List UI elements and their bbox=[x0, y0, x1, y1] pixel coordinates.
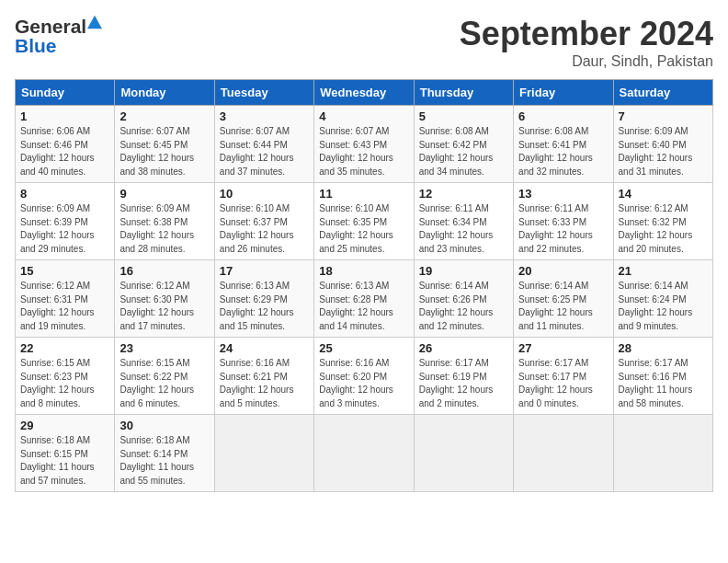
day-info: Sunrise: 6:17 AM Sunset: 6:16 PM Dayligh… bbox=[619, 357, 708, 410]
day-info: Sunrise: 6:08 AM Sunset: 6:42 PM Dayligh… bbox=[419, 125, 508, 178]
col-wednesday: Wednesday bbox=[314, 80, 414, 106]
col-sunday: Sunday bbox=[16, 80, 115, 106]
day-info: Sunrise: 6:06 AM Sunset: 6:46 PM Dayligh… bbox=[20, 125, 109, 178]
logo-general-label: General bbox=[15, 17, 86, 36]
day-info: Sunrise: 6:14 AM Sunset: 6:24 PM Dayligh… bbox=[619, 280, 708, 333]
day-number: 20 bbox=[518, 264, 608, 278]
logo-arrow-icon bbox=[87, 15, 102, 29]
location-title: Daur, Sindh, Pakistan bbox=[460, 53, 713, 70]
day-number: 21 bbox=[619, 264, 708, 278]
svg-marker-0 bbox=[87, 16, 102, 29]
table-row: 3 Sunrise: 6:07 AM Sunset: 6:44 PM Dayli… bbox=[214, 106, 313, 183]
page-header: General Blue September 2024 Daur, Sindh,… bbox=[15, 15, 713, 70]
day-number: 30 bbox=[119, 419, 209, 432]
day-info: Sunrise: 6:07 AM Sunset: 6:43 PM Dayligh… bbox=[319, 125, 408, 178]
table-row: 1 Sunrise: 6:06 AM Sunset: 6:46 PM Dayli… bbox=[16, 106, 115, 183]
table-row: 30 Sunrise: 6:18 AM Sunset: 6:14 PM Dayl… bbox=[115, 415, 214, 492]
day-info: Sunrise: 6:12 AM Sunset: 6:32 PM Dayligh… bbox=[619, 202, 708, 256]
table-row: 6 Sunrise: 6:08 AM Sunset: 6:41 PM Dayli… bbox=[514, 106, 613, 183]
table-row: 16 Sunrise: 6:12 AM Sunset: 6:30 PM Dayl… bbox=[115, 260, 214, 338]
table-row: 2 Sunrise: 6:07 AM Sunset: 6:45 PM Dayli… bbox=[115, 106, 214, 183]
day-number: 12 bbox=[419, 187, 508, 201]
calendar-header-row: Sunday Monday Tuesday Wednesday Thursday… bbox=[16, 80, 713, 106]
table-row: 25 Sunrise: 6:16 AM Sunset: 6:20 PM Dayl… bbox=[314, 338, 414, 415]
day-info: Sunrise: 6:09 AM Sunset: 6:38 PM Dayligh… bbox=[119, 202, 209, 256]
table-row bbox=[214, 415, 313, 492]
day-info: Sunrise: 6:10 AM Sunset: 6:35 PM Dayligh… bbox=[319, 202, 408, 256]
day-info: Sunrise: 6:09 AM Sunset: 6:40 PM Dayligh… bbox=[619, 125, 708, 178]
day-info: Sunrise: 6:13 AM Sunset: 6:29 PM Dayligh… bbox=[220, 280, 309, 333]
table-row: 10 Sunrise: 6:10 AM Sunset: 6:37 PM Dayl… bbox=[214, 183, 313, 260]
day-number: 17 bbox=[220, 264, 309, 278]
day-number: 8 bbox=[20, 187, 109, 201]
table-row bbox=[314, 415, 414, 492]
table-row: 13 Sunrise: 6:11 AM Sunset: 6:33 PM Dayl… bbox=[514, 183, 613, 260]
day-number: 11 bbox=[319, 187, 408, 201]
table-row bbox=[514, 415, 613, 492]
day-number: 3 bbox=[220, 109, 309, 123]
day-number: 15 bbox=[20, 264, 109, 278]
calendar-table: Sunday Monday Tuesday Wednesday Thursday… bbox=[15, 79, 713, 492]
table-row: 21 Sunrise: 6:14 AM Sunset: 6:24 PM Dayl… bbox=[613, 260, 712, 338]
table-row: 7 Sunrise: 6:09 AM Sunset: 6:40 PM Dayli… bbox=[613, 106, 712, 183]
day-info: Sunrise: 6:11 AM Sunset: 6:34 PM Dayligh… bbox=[419, 202, 508, 256]
day-info: Sunrise: 6:07 AM Sunset: 6:45 PM Dayligh… bbox=[119, 125, 209, 178]
table-row bbox=[414, 415, 513, 492]
day-number: 7 bbox=[619, 109, 708, 123]
day-number: 13 bbox=[518, 187, 608, 201]
table-row: 24 Sunrise: 6:16 AM Sunset: 6:21 PM Dayl… bbox=[214, 338, 313, 415]
day-info: Sunrise: 6:14 AM Sunset: 6:26 PM Dayligh… bbox=[419, 280, 508, 333]
day-info: Sunrise: 6:12 AM Sunset: 6:31 PM Dayligh… bbox=[20, 280, 109, 333]
table-row: 12 Sunrise: 6:11 AM Sunset: 6:34 PM Dayl… bbox=[414, 183, 513, 260]
day-number: 16 bbox=[119, 264, 209, 278]
table-row: 19 Sunrise: 6:14 AM Sunset: 6:26 PM Dayl… bbox=[414, 260, 513, 338]
day-info: Sunrise: 6:12 AM Sunset: 6:30 PM Dayligh… bbox=[119, 280, 209, 333]
day-number: 2 bbox=[119, 109, 209, 123]
logo: General Blue bbox=[15, 15, 102, 57]
col-tuesday: Tuesday bbox=[214, 80, 313, 106]
col-thursday: Thursday bbox=[414, 80, 513, 106]
day-info: Sunrise: 6:16 AM Sunset: 6:21 PM Dayligh… bbox=[220, 357, 309, 410]
day-number: 6 bbox=[518, 109, 608, 123]
day-number: 19 bbox=[419, 264, 508, 278]
day-info: Sunrise: 6:07 AM Sunset: 6:44 PM Dayligh… bbox=[220, 125, 309, 178]
day-info: Sunrise: 6:18 AM Sunset: 6:15 PM Dayligh… bbox=[20, 434, 109, 488]
day-info: Sunrise: 6:17 AM Sunset: 6:19 PM Dayligh… bbox=[419, 357, 508, 410]
title-block: September 2024 Daur, Sindh, Pakistan bbox=[460, 15, 713, 70]
day-info: Sunrise: 6:14 AM Sunset: 6:25 PM Dayligh… bbox=[518, 280, 608, 333]
day-number: 22 bbox=[20, 341, 109, 355]
day-number: 26 bbox=[419, 341, 508, 355]
day-number: 10 bbox=[220, 187, 309, 201]
table-row: 15 Sunrise: 6:12 AM Sunset: 6:31 PM Dayl… bbox=[16, 260, 115, 338]
table-row bbox=[613, 415, 712, 492]
table-row: 9 Sunrise: 6:09 AM Sunset: 6:38 PM Dayli… bbox=[115, 183, 214, 260]
table-row: 11 Sunrise: 6:10 AM Sunset: 6:35 PM Dayl… bbox=[314, 183, 414, 260]
day-number: 25 bbox=[319, 341, 408, 355]
table-row: 22 Sunrise: 6:15 AM Sunset: 6:23 PM Dayl… bbox=[16, 338, 115, 415]
day-info: Sunrise: 6:15 AM Sunset: 6:23 PM Dayligh… bbox=[20, 357, 109, 410]
logo-blue-label: Blue bbox=[15, 35, 102, 57]
col-saturday: Saturday bbox=[613, 80, 712, 106]
table-row: 5 Sunrise: 6:08 AM Sunset: 6:42 PM Dayli… bbox=[414, 106, 513, 183]
day-info: Sunrise: 6:16 AM Sunset: 6:20 PM Dayligh… bbox=[319, 357, 408, 410]
month-title: September 2024 bbox=[460, 15, 713, 53]
day-number: 28 bbox=[619, 341, 708, 355]
day-number: 4 bbox=[319, 109, 408, 123]
day-number: 18 bbox=[319, 264, 408, 278]
day-number: 9 bbox=[119, 187, 209, 201]
day-number: 27 bbox=[518, 341, 608, 355]
day-info: Sunrise: 6:15 AM Sunset: 6:22 PM Dayligh… bbox=[119, 357, 209, 410]
day-info: Sunrise: 6:18 AM Sunset: 6:14 PM Dayligh… bbox=[119, 434, 209, 488]
table-row: 18 Sunrise: 6:13 AM Sunset: 6:28 PM Dayl… bbox=[314, 260, 414, 338]
table-row: 27 Sunrise: 6:17 AM Sunset: 6:17 PM Dayl… bbox=[514, 338, 613, 415]
table-row: 20 Sunrise: 6:14 AM Sunset: 6:25 PM Dayl… bbox=[514, 260, 613, 338]
table-row: 4 Sunrise: 6:07 AM Sunset: 6:43 PM Dayli… bbox=[314, 106, 414, 183]
table-row: 26 Sunrise: 6:17 AM Sunset: 6:19 PM Dayl… bbox=[414, 338, 513, 415]
day-number: 5 bbox=[419, 109, 508, 123]
table-row: 17 Sunrise: 6:13 AM Sunset: 6:29 PM Dayl… bbox=[214, 260, 313, 338]
day-number: 24 bbox=[220, 341, 309, 355]
table-row: 14 Sunrise: 6:12 AM Sunset: 6:32 PM Dayl… bbox=[613, 183, 712, 260]
day-info: Sunrise: 6:10 AM Sunset: 6:37 PM Dayligh… bbox=[220, 202, 309, 256]
col-friday: Friday bbox=[514, 80, 613, 106]
table-row: 8 Sunrise: 6:09 AM Sunset: 6:39 PM Dayli… bbox=[16, 183, 115, 260]
